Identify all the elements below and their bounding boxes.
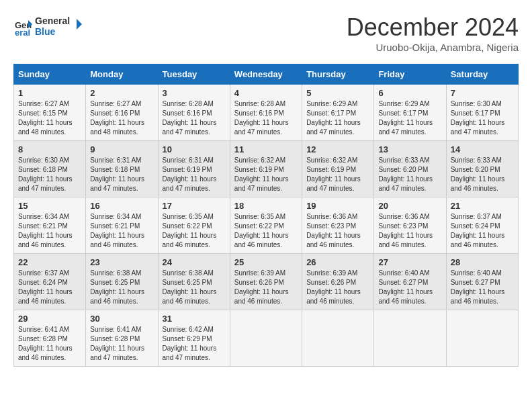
calendar-cell (374, 310, 446, 367)
day-number: 8 (18, 144, 81, 154)
day-number: 29 (18, 314, 81, 324)
calendar-cell: 18Sunrise: 6:35 AM Sunset: 6:22 PM Dayli… (230, 197, 302, 254)
day-detail: Sunrise: 6:31 AM Sunset: 6:19 PM Dayligh… (163, 156, 226, 193)
day-number: 27 (378, 257, 441, 267)
day-number: 6 (378, 88, 441, 98)
day-detail: Sunrise: 6:39 AM Sunset: 6:26 PM Dayligh… (306, 269, 369, 306)
day-detail: Sunrise: 6:37 AM Sunset: 6:24 PM Dayligh… (451, 212, 514, 250)
day-detail: Sunrise: 6:38 AM Sunset: 6:25 PM Dayligh… (90, 269, 153, 306)
day-detail: Sunrise: 6:37 AM Sunset: 6:24 PM Dayligh… (18, 269, 81, 306)
calendar-cell: 30Sunrise: 6:41 AM Sunset: 6:28 PM Dayli… (86, 310, 158, 367)
day-number: 28 (451, 257, 514, 267)
svg-text:General: General (35, 15, 70, 26)
logo-icon: Gen eral (13, 17, 32, 36)
day-number: 16 (90, 201, 153, 211)
day-number: 18 (234, 201, 298, 211)
day-detail: Sunrise: 6:38 AM Sunset: 6:25 PM Dayligh… (163, 269, 226, 306)
calendar-cell: 28Sunrise: 6:40 AM Sunset: 6:27 PM Dayli… (446, 254, 518, 310)
day-number: 4 (234, 88, 298, 98)
day-detail: Sunrise: 6:33 AM Sunset: 6:20 PM Dayligh… (451, 156, 514, 193)
weekday-header-thursday: Thursday (302, 64, 374, 85)
calendar-cell: 10Sunrise: 6:31 AM Sunset: 6:19 PM Dayli… (158, 141, 230, 197)
day-number: 17 (163, 201, 226, 211)
title-area: December 2024 Uruobo-Okija, Anambra, Nig… (347, 13, 519, 53)
day-detail: Sunrise: 6:41 AM Sunset: 6:28 PM Dayligh… (90, 325, 153, 363)
svg-text:Blue: Blue (35, 26, 56, 37)
day-number: 14 (451, 144, 514, 154)
day-detail: Sunrise: 6:30 AM Sunset: 6:17 PM Dayligh… (451, 99, 514, 137)
calendar-cell: 8Sunrise: 6:30 AM Sunset: 6:18 PM Daylig… (14, 141, 86, 197)
day-number: 24 (163, 257, 226, 267)
calendar-cell: 9Sunrise: 6:31 AM Sunset: 6:18 PM Daylig… (86, 141, 158, 197)
calendar-week-row: 22Sunrise: 6:37 AM Sunset: 6:24 PM Dayli… (14, 254, 519, 310)
weekday-header-friday: Friday (374, 64, 446, 85)
calendar-cell: 4Sunrise: 6:28 AM Sunset: 6:16 PM Daylig… (230, 85, 302, 141)
calendar-cell: 20Sunrise: 6:36 AM Sunset: 6:23 PM Dayli… (374, 197, 446, 254)
calendar-cell: 14Sunrise: 6:33 AM Sunset: 6:20 PM Dayli… (446, 141, 518, 197)
month-title: December 2024 (347, 13, 519, 42)
day-detail: Sunrise: 6:36 AM Sunset: 6:23 PM Dayligh… (378, 212, 441, 250)
calendar-cell: 7Sunrise: 6:30 AM Sunset: 6:17 PM Daylig… (446, 85, 518, 141)
weekday-header-saturday: Saturday (446, 64, 518, 85)
day-detail: Sunrise: 6:33 AM Sunset: 6:20 PM Dayligh… (378, 156, 441, 193)
day-detail: Sunrise: 6:32 AM Sunset: 6:19 PM Dayligh… (306, 156, 369, 193)
day-detail: Sunrise: 6:39 AM Sunset: 6:26 PM Dayligh… (234, 269, 298, 306)
day-number: 9 (90, 144, 153, 154)
day-number: 30 (90, 314, 153, 324)
day-number: 26 (306, 257, 369, 267)
day-number: 5 (306, 88, 369, 98)
weekday-header-sunday: Sunday (14, 64, 86, 85)
calendar-cell: 16Sunrise: 6:34 AM Sunset: 6:21 PM Dayli… (86, 197, 158, 254)
calendar-cell: 25Sunrise: 6:39 AM Sunset: 6:26 PM Dayli… (230, 254, 302, 310)
day-number: 23 (90, 257, 153, 267)
day-detail: Sunrise: 6:36 AM Sunset: 6:23 PM Dayligh… (306, 212, 369, 250)
day-number: 20 (378, 201, 441, 211)
day-number: 2 (90, 88, 153, 98)
calendar-cell: 27Sunrise: 6:40 AM Sunset: 6:27 PM Dayli… (374, 254, 446, 310)
calendar-cell: 23Sunrise: 6:38 AM Sunset: 6:25 PM Dayli… (86, 254, 158, 310)
day-detail: Sunrise: 6:34 AM Sunset: 6:21 PM Dayligh… (90, 212, 153, 250)
day-number: 7 (451, 88, 514, 98)
calendar-cell: 6Sunrise: 6:29 AM Sunset: 6:17 PM Daylig… (374, 85, 446, 141)
calendar-cell: 15Sunrise: 6:34 AM Sunset: 6:21 PM Dayli… (14, 197, 86, 254)
calendar-cell: 29Sunrise: 6:41 AM Sunset: 6:28 PM Dayli… (14, 310, 86, 367)
calendar-cell: 1Sunrise: 6:27 AM Sunset: 6:15 PM Daylig… (14, 85, 86, 141)
calendar-cell (446, 310, 518, 367)
logo-text: General Blue (35, 13, 82, 40)
day-detail: Sunrise: 6:29 AM Sunset: 6:17 PM Dayligh… (378, 99, 441, 137)
calendar-cell: 5Sunrise: 6:29 AM Sunset: 6:17 PM Daylig… (302, 85, 374, 141)
day-number: 31 (163, 314, 226, 324)
weekday-header-monday: Monday (86, 64, 158, 85)
day-detail: Sunrise: 6:28 AM Sunset: 6:16 PM Dayligh… (163, 99, 226, 137)
day-detail: Sunrise: 6:34 AM Sunset: 6:21 PM Dayligh… (18, 212, 81, 250)
calendar-cell: 24Sunrise: 6:38 AM Sunset: 6:25 PM Dayli… (158, 254, 230, 310)
day-detail: Sunrise: 6:31 AM Sunset: 6:18 PM Dayligh… (90, 156, 153, 193)
day-number: 10 (163, 144, 226, 154)
day-detail: Sunrise: 6:35 AM Sunset: 6:22 PM Dayligh… (163, 212, 226, 250)
day-detail: Sunrise: 6:29 AM Sunset: 6:17 PM Dayligh… (306, 99, 369, 137)
calendar-cell: 26Sunrise: 6:39 AM Sunset: 6:26 PM Dayli… (302, 254, 374, 310)
weekday-header-wednesday: Wednesday (230, 64, 302, 85)
calendar-cell: 17Sunrise: 6:35 AM Sunset: 6:22 PM Dayli… (158, 197, 230, 254)
calendar-cell: 13Sunrise: 6:33 AM Sunset: 6:20 PM Dayli… (374, 141, 446, 197)
calendar-week-row: 15Sunrise: 6:34 AM Sunset: 6:21 PM Dayli… (14, 197, 519, 254)
day-number: 19 (306, 201, 369, 211)
day-detail: Sunrise: 6:42 AM Sunset: 6:29 PM Dayligh… (163, 325, 226, 363)
day-detail: Sunrise: 6:40 AM Sunset: 6:27 PM Dayligh… (378, 269, 441, 306)
calendar-cell (302, 310, 374, 367)
calendar-cell: 3Sunrise: 6:28 AM Sunset: 6:16 PM Daylig… (158, 85, 230, 141)
day-number: 3 (163, 88, 226, 98)
day-detail: Sunrise: 6:41 AM Sunset: 6:28 PM Dayligh… (18, 325, 81, 363)
day-number: 15 (18, 201, 81, 211)
calendar-cell: 2Sunrise: 6:27 AM Sunset: 6:16 PM Daylig… (86, 85, 158, 141)
calendar-cell: 19Sunrise: 6:36 AM Sunset: 6:23 PM Dayli… (302, 197, 374, 254)
day-number: 13 (378, 144, 441, 154)
day-detail: Sunrise: 6:28 AM Sunset: 6:16 PM Dayligh… (234, 99, 298, 137)
calendar-week-row: 8Sunrise: 6:30 AM Sunset: 6:18 PM Daylig… (14, 141, 519, 197)
calendar-cell: 31Sunrise: 6:42 AM Sunset: 6:29 PM Dayli… (158, 310, 230, 367)
calendar-cell (230, 310, 302, 367)
weekday-header-row: SundayMondayTuesdayWednesdayThursdayFrid… (14, 64, 519, 85)
day-detail: Sunrise: 6:27 AM Sunset: 6:15 PM Dayligh… (18, 99, 81, 137)
day-number: 22 (18, 257, 81, 267)
day-number: 25 (234, 257, 298, 267)
